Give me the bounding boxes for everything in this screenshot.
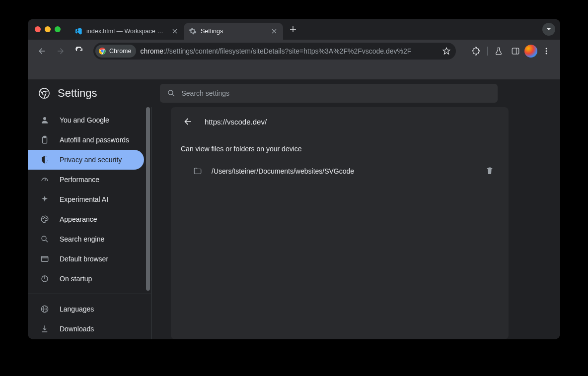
menu-button[interactable] bbox=[538, 43, 554, 59]
svg-point-5 bbox=[546, 51, 547, 52]
palette-icon bbox=[40, 214, 50, 224]
page-title: Settings bbox=[58, 87, 97, 100]
delete-button[interactable] bbox=[481, 162, 499, 180]
page-content: Settings Search settings You and Google bbox=[28, 79, 560, 339]
window-maximize-button[interactable] bbox=[55, 26, 61, 32]
toolbar-gap bbox=[28, 63, 560, 79]
side-panel-button[interactable] bbox=[508, 43, 523, 59]
svg-rect-2 bbox=[512, 48, 519, 54]
clipboard-icon bbox=[40, 135, 50, 145]
svg-point-7 bbox=[39, 88, 49, 98]
window-menu-button[interactable] bbox=[542, 23, 555, 36]
section-label: Can view files or folders on your device bbox=[171, 136, 509, 158]
svg-rect-13 bbox=[44, 136, 46, 138]
sidebar-item-performance[interactable]: Performance bbox=[28, 170, 144, 189]
power-icon bbox=[40, 274, 50, 284]
site-details-card: https://vscode.dev/ Can view files or fo… bbox=[171, 107, 509, 339]
sidebar-item-label: Experimental AI bbox=[60, 195, 108, 203]
close-icon[interactable] bbox=[171, 27, 179, 35]
sidebar-item-languages[interactable]: Languages bbox=[28, 299, 144, 319]
divider bbox=[487, 47, 488, 56]
reload-button[interactable] bbox=[72, 43, 87, 59]
svg-point-9 bbox=[168, 90, 173, 95]
file-entry-row: /Users/tsteiner/Documents/websites/SVGco… bbox=[171, 158, 509, 185]
sidebar-item-experimental-ai[interactable]: Experimental AI bbox=[28, 189, 144, 209]
sidebar-item-you-and-google[interactable]: You and Google bbox=[28, 110, 144, 130]
toolbar-actions bbox=[468, 43, 554, 59]
person-icon bbox=[40, 115, 50, 125]
tab-strip: index.html — Workspace — V Settings bbox=[28, 19, 560, 40]
sidebar-scrollbar[interactable] bbox=[145, 107, 151, 339]
sidebar-item-label: Performance bbox=[60, 176, 99, 184]
gear-icon bbox=[189, 27, 197, 35]
search-icon bbox=[167, 89, 176, 98]
window-controls bbox=[35, 26, 61, 32]
vscode-icon bbox=[74, 27, 82, 35]
svg-point-16 bbox=[44, 217, 45, 218]
search-placeholder: Search settings bbox=[182, 89, 230, 97]
url-text: chrome://settings/content/filesystem/sit… bbox=[140, 47, 439, 55]
tab-vscode[interactable]: index.html — Workspace — V bbox=[70, 23, 184, 40]
speed-icon bbox=[40, 175, 50, 185]
site-url: https://vscode.dev/ bbox=[205, 118, 267, 126]
tab-settings[interactable]: Settings bbox=[184, 23, 283, 40]
sidebar-item-default-browser[interactable]: Default browser bbox=[28, 249, 144, 269]
divider bbox=[28, 294, 151, 294]
settings-header: Settings Search settings bbox=[28, 79, 560, 107]
svg-point-6 bbox=[546, 53, 547, 55]
labs-button[interactable] bbox=[491, 43, 507, 59]
svg-line-10 bbox=[172, 94, 174, 96]
sidebar-item-label: Appearance bbox=[60, 215, 97, 223]
svg-point-4 bbox=[546, 48, 547, 50]
sidebar-item-autofill[interactable]: Autofill and passwords bbox=[28, 130, 144, 150]
new-tab-button[interactable] bbox=[286, 22, 300, 36]
shield-icon bbox=[40, 155, 50, 165]
sidebar-item-label: You and Google bbox=[60, 116, 109, 124]
profile-avatar[interactable] bbox=[524, 45, 537, 58]
sidebar-item-downloads[interactable]: Downloads bbox=[28, 319, 144, 339]
sidebar-item-privacy-security[interactable]: Privacy and security bbox=[28, 150, 144, 170]
sidebar-item-label: On startup bbox=[60, 275, 92, 283]
sidebar-item-appearance[interactable]: Appearance bbox=[28, 209, 144, 229]
search-settings-input[interactable]: Search settings bbox=[160, 84, 498, 103]
back-button[interactable] bbox=[34, 43, 50, 59]
back-button[interactable] bbox=[180, 114, 196, 129]
svg-line-19 bbox=[46, 240, 48, 242]
sidebar-item-label: Search engine bbox=[60, 235, 104, 243]
sidebar-item-on-startup[interactable]: On startup bbox=[28, 269, 144, 289]
window-minimize-button[interactable] bbox=[45, 26, 51, 32]
file-path: /Users/tsteiner/Documents/websites/SVGco… bbox=[212, 167, 472, 175]
sidebar-item-label: Privacy and security bbox=[60, 156, 122, 164]
browser-toolbar: Chrome chrome://settings/content/filesys… bbox=[28, 40, 560, 63]
bookmark-button[interactable] bbox=[439, 47, 454, 56]
card-header: https://vscode.dev/ bbox=[171, 107, 509, 136]
svg-point-18 bbox=[42, 236, 46, 241]
browser-window: index.html — Workspace — V Settings bbox=[28, 19, 560, 339]
svg-rect-20 bbox=[41, 256, 48, 262]
settings-sidebar: You and Google Autofill and passwords Pr… bbox=[28, 107, 151, 339]
site-chip[interactable]: Chrome bbox=[95, 45, 136, 58]
extensions-button[interactable] bbox=[468, 43, 484, 59]
sidebar-item-label: Autofill and passwords bbox=[60, 136, 129, 144]
browser-icon bbox=[40, 254, 50, 264]
search-icon bbox=[40, 234, 50, 244]
sidebar-item-label: Downloads bbox=[60, 325, 94, 333]
svg-point-17 bbox=[46, 218, 47, 219]
folder-icon bbox=[193, 167, 203, 176]
forward-button[interactable] bbox=[53, 43, 69, 59]
tab-title: index.html — Workspace — V bbox=[86, 28, 167, 35]
svg-point-15 bbox=[43, 218, 44, 219]
sparkle-icon bbox=[40, 194, 50, 204]
window-close-button[interactable] bbox=[35, 26, 41, 32]
divider bbox=[151, 107, 151, 339]
sidebar-item-search-engine[interactable]: Search engine bbox=[28, 229, 144, 249]
scrollbar-thumb[interactable] bbox=[146, 107, 150, 291]
sidebar-item-label: Default browser bbox=[60, 255, 108, 263]
globe-icon bbox=[40, 304, 50, 314]
sidebar-item-label: Languages bbox=[60, 305, 94, 313]
close-icon[interactable] bbox=[270, 27, 278, 35]
chip-label: Chrome bbox=[109, 48, 131, 55]
chrome-icon bbox=[98, 47, 106, 55]
settings-main-panel: https://vscode.dev/ Can view files or fo… bbox=[151, 107, 560, 339]
address-bar[interactable]: Chrome chrome://settings/content/filesys… bbox=[93, 43, 456, 60]
